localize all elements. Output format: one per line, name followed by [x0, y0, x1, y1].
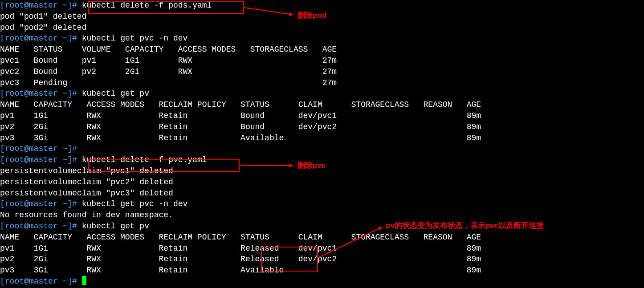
- cursor: [82, 276, 86, 285]
- annotation-delete-pod: 删除pod: [298, 10, 326, 21]
- terminal-output: [root@master ~]# kubectl delete -f pods.…: [0, 0, 481, 287]
- annotation-released-status: pv的状态变为发布状态，表示pvc以及断开连接: [386, 220, 544, 231]
- annotation-delete-pvc: 删除pvc: [298, 160, 326, 171]
